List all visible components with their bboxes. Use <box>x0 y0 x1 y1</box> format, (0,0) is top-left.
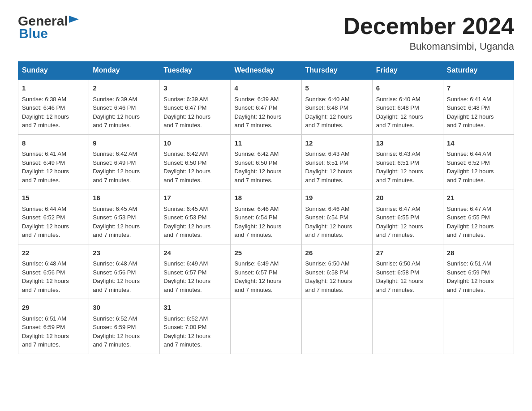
day-number: 27 <box>376 248 439 258</box>
sunset-label: Sunset: 7:00 PM <box>163 324 206 330</box>
day-number: 17 <box>163 193 227 203</box>
daylight-minutes: and 7 minutes. <box>163 177 202 184</box>
daylight-minutes: and 7 minutes. <box>93 287 131 293</box>
day-cell: 26 Sunrise: 6:50 AM Sunset: 6:58 PM Dayl… <box>301 244 372 299</box>
calendar-header-row: SundayMondayTuesdayWednesdayThursdayFrid… <box>18 62 514 80</box>
col-header-monday: Monday <box>89 62 160 80</box>
daylight-minutes: and 7 minutes. <box>93 341 131 348</box>
daylight-label: Daylight: 12 hours <box>447 278 494 284</box>
daylight-label: Daylight: 12 hours <box>305 223 352 230</box>
day-cell: 14 Sunrise: 6:44 AM Sunset: 6:52 PM Dayl… <box>443 134 514 189</box>
sunrise-label: Sunrise: 6:42 AM <box>234 150 279 157</box>
day-number: 7 <box>447 83 510 94</box>
svg-marker-0 <box>69 16 79 23</box>
day-number: 12 <box>305 138 369 149</box>
daylight-label: Daylight: 12 hours <box>93 333 140 339</box>
day-cell: 13 Sunrise: 6:43 AM Sunset: 6:51 PM Dayl… <box>372 134 443 189</box>
day-cell: 2 Sunrise: 6:39 AM Sunset: 6:46 PM Dayli… <box>89 79 160 134</box>
day-number: 5 <box>305 83 369 94</box>
sunset-label: Sunset: 6:55 PM <box>447 214 490 221</box>
sunrise-label: Sunrise: 6:39 AM <box>163 96 208 103</box>
calendar-table: SundayMondayTuesdayWednesdayThursdayFrid… <box>18 61 514 354</box>
sunset-label: Sunset: 6:50 PM <box>234 159 277 166</box>
col-header-friday: Friday <box>372 62 443 80</box>
daylight-label: Daylight: 12 hours <box>447 168 494 175</box>
day-cell <box>372 299 443 354</box>
daylight-label: Daylight: 12 hours <box>234 278 281 284</box>
sunrise-label: Sunrise: 6:52 AM <box>93 315 137 322</box>
day-number: 2 <box>93 83 156 94</box>
day-cell: 15 Sunrise: 6:44 AM Sunset: 6:52 PM Dayl… <box>18 189 89 244</box>
daylight-label: Daylight: 12 hours <box>93 223 140 230</box>
sunrise-label: Sunrise: 6:45 AM <box>93 206 137 212</box>
sunrise-label: Sunrise: 6:42 AM <box>163 150 208 157</box>
sunset-label: Sunset: 6:52 PM <box>22 214 65 221</box>
day-number: 11 <box>234 138 297 149</box>
sunset-label: Sunset: 6:59 PM <box>22 324 65 330</box>
day-cell: 8 Sunrise: 6:41 AM Sunset: 6:49 PM Dayli… <box>18 134 89 189</box>
daylight-minutes: and 7 minutes. <box>93 177 131 184</box>
sunrise-label: Sunrise: 6:43 AM <box>376 150 420 157</box>
sunset-label: Sunset: 6:51 PM <box>305 159 348 166</box>
week-row-2: 8 Sunrise: 6:41 AM Sunset: 6:49 PM Dayli… <box>18 134 514 189</box>
day-cell <box>443 299 514 354</box>
week-row-4: 22 Sunrise: 6:48 AM Sunset: 6:56 PM Dayl… <box>18 244 514 299</box>
daylight-minutes: and 7 minutes. <box>22 122 60 128</box>
sunrise-label: Sunrise: 6:48 AM <box>22 260 66 267</box>
day-cell: 19 Sunrise: 6:46 AM Sunset: 6:54 PM Dayl… <box>301 189 372 244</box>
logo-flag-icon <box>69 16 79 27</box>
sunrise-label: Sunrise: 6:39 AM <box>234 96 279 103</box>
sunset-label: Sunset: 6:48 PM <box>376 104 419 111</box>
day-number: 21 <box>447 193 510 203</box>
sunrise-label: Sunrise: 6:43 AM <box>305 150 350 157</box>
day-cell: 29 Sunrise: 6:51 AM Sunset: 6:59 PM Dayl… <box>18 299 89 354</box>
day-number: 25 <box>234 248 297 258</box>
daylight-minutes: and 7 minutes. <box>234 122 272 128</box>
sunrise-label: Sunrise: 6:49 AM <box>163 260 208 267</box>
daylight-label: Daylight: 12 hours <box>93 278 140 284</box>
day-cell: 9 Sunrise: 6:42 AM Sunset: 6:49 PM Dayli… <box>89 134 160 189</box>
sunrise-label: Sunrise: 6:46 AM <box>234 206 279 212</box>
sunrise-label: Sunrise: 6:47 AM <box>376 206 420 212</box>
daylight-minutes: and 7 minutes. <box>234 177 272 184</box>
day-cell: 6 Sunrise: 6:40 AM Sunset: 6:48 PM Dayli… <box>372 79 443 134</box>
page-header: General Blue December 2024 Bukomansimbi,… <box>18 13 514 52</box>
day-cell: 12 Sunrise: 6:43 AM Sunset: 6:51 PM Dayl… <box>301 134 372 189</box>
daylight-minutes: and 7 minutes. <box>447 122 485 128</box>
day-number: 10 <box>163 138 227 149</box>
sunrise-label: Sunrise: 6:39 AM <box>93 96 137 103</box>
sunset-label: Sunset: 6:48 PM <box>305 104 348 111</box>
sunset-label: Sunset: 6:57 PM <box>234 269 277 276</box>
daylight-minutes: and 7 minutes. <box>163 122 202 128</box>
sunset-label: Sunset: 6:47 PM <box>163 104 206 111</box>
day-cell: 23 Sunrise: 6:48 AM Sunset: 6:56 PM Dayl… <box>89 244 160 299</box>
day-number: 6 <box>376 83 439 94</box>
sunrise-label: Sunrise: 6:52 AM <box>163 315 208 322</box>
sunrise-label: Sunrise: 6:42 AM <box>93 150 137 157</box>
day-cell: 3 Sunrise: 6:39 AM Sunset: 6:47 PM Dayli… <box>160 79 231 134</box>
daylight-minutes: and 7 minutes. <box>234 287 272 293</box>
sunset-label: Sunset: 6:52 PM <box>447 159 490 166</box>
day-number: 30 <box>93 303 156 313</box>
sunrise-label: Sunrise: 6:48 AM <box>93 260 137 267</box>
daylight-label: Daylight: 12 hours <box>22 113 69 120</box>
daylight-minutes: and 7 minutes. <box>305 177 343 184</box>
sunrise-label: Sunrise: 6:41 AM <box>22 150 66 157</box>
day-number: 16 <box>93 193 156 203</box>
sunrise-label: Sunrise: 6:44 AM <box>22 206 66 212</box>
daylight-minutes: and 7 minutes. <box>305 287 343 293</box>
daylight-label: Daylight: 12 hours <box>163 278 210 284</box>
day-number: 4 <box>234 83 297 94</box>
daylight-label: Daylight: 12 hours <box>163 333 210 339</box>
day-number: 13 <box>376 138 439 149</box>
day-number: 15 <box>22 193 85 203</box>
daylight-minutes: and 7 minutes. <box>447 231 485 238</box>
day-number: 18 <box>234 193 297 203</box>
sunset-label: Sunset: 6:54 PM <box>234 214 277 221</box>
sunset-label: Sunset: 6:48 PM <box>447 104 490 111</box>
sunset-label: Sunset: 6:54 PM <box>305 214 348 221</box>
sunset-label: Sunset: 6:49 PM <box>22 159 65 166</box>
daylight-label: Daylight: 12 hours <box>93 113 140 120</box>
daylight-label: Daylight: 12 hours <box>163 168 210 175</box>
sunset-label: Sunset: 6:53 PM <box>163 214 206 221</box>
